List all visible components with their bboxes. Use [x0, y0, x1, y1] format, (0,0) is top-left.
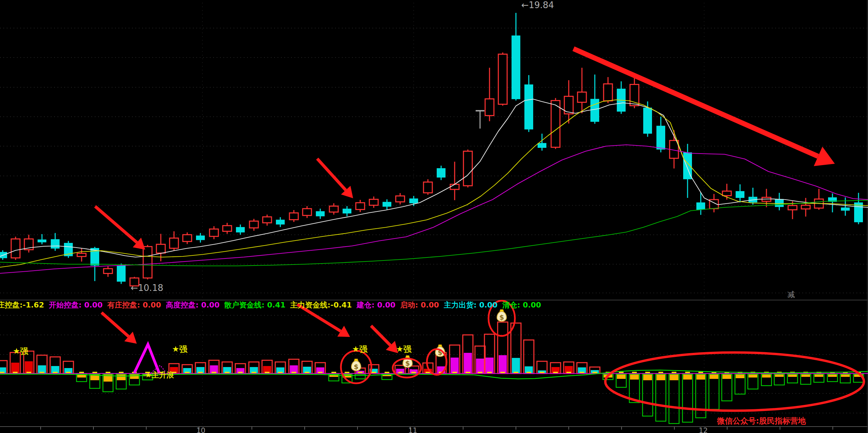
wechat-watermark: 微信公众号:股民指标营地 [717, 416, 806, 425]
candle [303, 206, 311, 218]
reduce-marker-label: 减 [787, 290, 795, 299]
candle [498, 52, 507, 106]
candle-body [236, 227, 245, 232]
candle [578, 68, 586, 113]
annotation-arrow [95, 206, 145, 250]
candle [316, 209, 325, 219]
candle [11, 237, 20, 260]
indicator-column [722, 372, 732, 401]
chart-canvas[interactable]: $$$$ 101112 ★强★强★强★强 ←19.84 ←10.18 减 ★主升… [0, 0, 868, 433]
candle-body [329, 206, 338, 212]
indicator-column [315, 363, 325, 374]
candle-body [11, 239, 20, 258]
candle-body [369, 199, 378, 205]
candle [656, 117, 665, 152]
money-bag-icon: $ [351, 359, 361, 371]
candle [396, 193, 405, 204]
candle-body [775, 199, 784, 207]
arrow-shaft [102, 313, 129, 337]
star-strong-label: ★强 [396, 344, 412, 354]
indicator-column [735, 372, 745, 394]
candle [236, 225, 245, 235]
candle [551, 98, 560, 149]
moving-average-layer [0, 99, 868, 273]
candle-body [143, 247, 152, 278]
status-value: 开始控盘: 0.00 [49, 301, 103, 309]
energy-bar [476, 359, 484, 373]
launch-spike-triangle [134, 344, 159, 373]
candle-body [383, 202, 391, 207]
indicator-column [498, 322, 508, 374]
candle [512, 13, 520, 100]
candle [841, 197, 850, 215]
candle-body [356, 203, 365, 209]
candle [801, 198, 810, 216]
candle-body [841, 207, 850, 210]
ma-yellow [0, 100, 868, 267]
candle [854, 193, 863, 224]
indicator-column [275, 362, 285, 374]
sell-hollow-bar [696, 374, 706, 418]
candle-body [590, 99, 599, 122]
candle [604, 77, 612, 103]
candle [736, 184, 744, 203]
candle [24, 235, 33, 253]
candle [223, 223, 232, 234]
indicator-column [50, 357, 60, 374]
candle [104, 266, 112, 277]
candle [343, 206, 351, 216]
status-value: 主力出货: 0.00 [444, 301, 498, 309]
candle-body [604, 84, 612, 101]
candle [249, 219, 258, 231]
candle-body [196, 235, 205, 240]
status-value: 启动: 0.00 [400, 301, 439, 309]
candle-body [437, 168, 446, 178]
main-wave-label: ★主升浪 [145, 371, 174, 379]
candle [476, 111, 484, 129]
candle [424, 179, 432, 195]
candle [564, 80, 573, 123]
indicator-column [564, 362, 574, 374]
candle [289, 210, 298, 222]
candle [356, 200, 365, 212]
indicator-column [116, 372, 126, 389]
indicator-column [524, 340, 534, 374]
indicator-column [222, 362, 232, 374]
candle-body [316, 211, 325, 216]
energy-bar [464, 353, 472, 373]
status-value: 建仓: 0.00 [356, 301, 395, 309]
candle-body [498, 54, 507, 104]
indicator-column [475, 346, 485, 374]
money-bag-icon: $ [403, 356, 412, 367]
status-value: 庄控盘:-1.62 [0, 301, 44, 309]
status-value: 清仓: 0.00 [502, 301, 541, 309]
status-value: 散户资金线: 0.41 [224, 301, 285, 309]
candle [117, 264, 126, 284]
candle-body [643, 108, 652, 134]
indicator-column [90, 372, 100, 388]
indicator-column [590, 367, 600, 374]
candle-body [538, 143, 546, 148]
stock-chart-window[interactable]: $$$$ 101112 ★强★强★强★强 ←19.84 ←10.18 减 ★主升… [0, 0, 868, 433]
arrow-shaft [371, 326, 390, 345]
arrow-shaft [317, 159, 346, 190]
indicator-column [577, 363, 587, 374]
candle-body [303, 209, 311, 215]
indicator-column [709, 372, 719, 409]
status-value: 高度控盘: 0.00 [166, 301, 220, 309]
energy-bar [451, 358, 459, 373]
indicator-column [0, 361, 7, 374]
indicator-column [511, 323, 521, 374]
candle [450, 162, 459, 200]
candle [828, 193, 837, 212]
indicator-column [37, 355, 47, 374]
indicator-column [484, 334, 495, 374]
candle-body [289, 213, 298, 220]
indicator-column [682, 372, 693, 422]
indicator-column [550, 363, 561, 374]
arrow-shaft [95, 206, 137, 243]
money-bag-icon: $ [497, 310, 506, 321]
peak-price-label: ←19.84 [521, 0, 554, 10]
energy-bar [512, 358, 520, 373]
candle [696, 192, 705, 215]
